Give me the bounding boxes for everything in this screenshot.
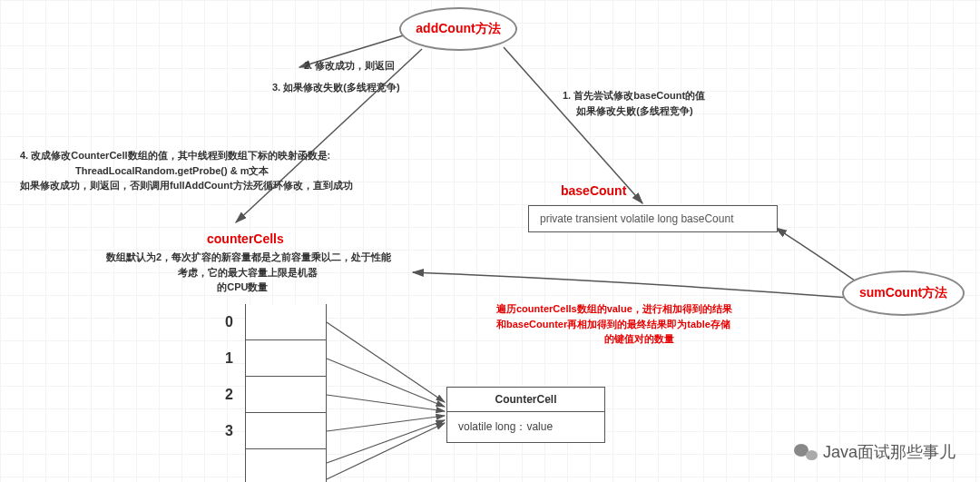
heading-countercells: counterCells [207, 231, 284, 246]
label-countercells-desc: 数组默认为2，每次扩容的新容量都是之前容量乘以二，处于性能 考虑，它的最大容量上… [106, 250, 391, 295]
heading-basecount: baseCount [561, 183, 626, 198]
classbox-title: CounterCell [447, 388, 604, 412]
svg-line-6 [327, 416, 445, 431]
array-cell [245, 449, 327, 482]
ellipse-addcount-label: addCount方法 [416, 21, 500, 37]
ellipse-sumcount: sumCount方法 [842, 271, 965, 316]
label-sum-desc: 遍历counterCells数组的value，进行相加得到的结果 和baseCo… [496, 301, 732, 347]
countercells-array: 0 1 2 3 [213, 304, 327, 482]
array-index-0: 0 [213, 314, 245, 330]
wechat-icon [794, 442, 818, 462]
svg-line-2 [236, 49, 422, 222]
ellipse-sumcount-label: sumCount方法 [859, 285, 947, 301]
svg-line-0 [504, 47, 642, 203]
svg-line-3 [327, 322, 445, 402]
box-basecount-text: private transient volatile long baseCoun… [540, 212, 733, 225]
array-index-2: 2 [213, 387, 245, 403]
svg-line-8 [327, 423, 445, 479]
label-step4: 4. 改成修改CounterCell数组的值，其中线程到数组下标的映射函数是: … [20, 148, 353, 193]
label-step2: 2. 修改成功，则返回 [304, 58, 395, 74]
classbox-field: volatile long：value [447, 412, 604, 442]
label-step1: 1. 首先尝试修改baseCount的值 如果修改失败(多线程竞争) [563, 88, 705, 118]
watermark: Java面试那些事儿 [794, 441, 956, 463]
array-cell [245, 340, 327, 377]
svg-line-5 [327, 395, 445, 411]
classbox-countercell: CounterCell volatile long：value [446, 387, 605, 443]
array-index-1: 1 [213, 350, 245, 367]
ellipse-addcount: addCount方法 [399, 7, 517, 51]
array-cell [245, 304, 327, 340]
array-cell [245, 377, 327, 413]
watermark-text: Java面试那些事儿 [823, 441, 956, 463]
box-basecount: private transient volatile long baseCoun… [528, 205, 778, 232]
label-step3: 3. 如果修改失败(多线程竞争) [272, 80, 400, 95]
svg-line-4 [327, 359, 445, 407]
svg-line-7 [327, 420, 445, 463]
array-cell [245, 413, 327, 449]
array-index-3: 3 [213, 423, 245, 439]
